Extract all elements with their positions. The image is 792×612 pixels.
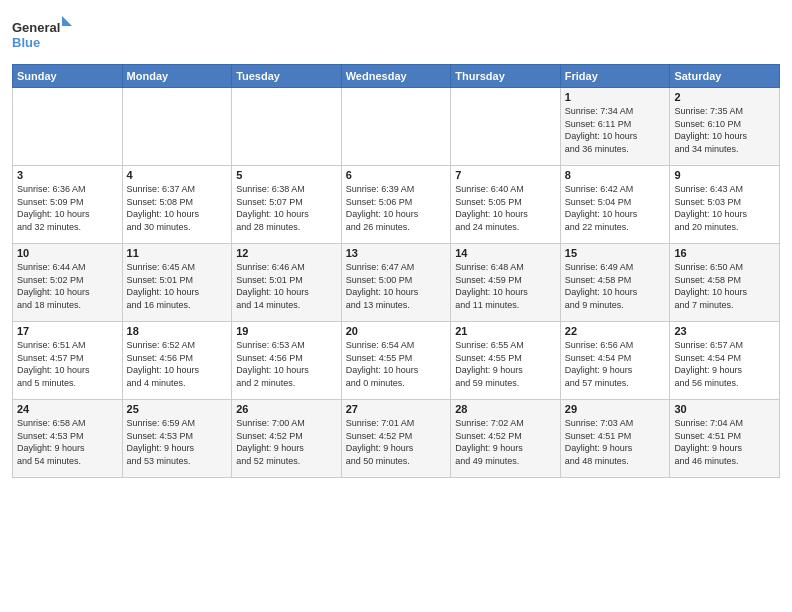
day-cell: 3Sunrise: 6:36 AM Sunset: 5:09 PM Daylig… [13,166,123,244]
day-number: 14 [455,247,556,259]
weekday-header-saturday: Saturday [670,65,780,88]
day-number: 17 [17,325,118,337]
day-cell [451,88,561,166]
day-number: 23 [674,325,775,337]
day-cell: 12Sunrise: 6:46 AM Sunset: 5:01 PM Dayli… [232,244,342,322]
day-cell: 17Sunrise: 6:51 AM Sunset: 4:57 PM Dayli… [13,322,123,400]
day-number: 19 [236,325,337,337]
logo-svg: General Blue [12,14,72,58]
day-info: Sunrise: 6:51 AM Sunset: 4:57 PM Dayligh… [17,339,118,389]
day-info: Sunrise: 6:57 AM Sunset: 4:54 PM Dayligh… [674,339,775,389]
day-number: 5 [236,169,337,181]
day-cell: 21Sunrise: 6:55 AM Sunset: 4:55 PM Dayli… [451,322,561,400]
day-info: Sunrise: 6:45 AM Sunset: 5:01 PM Dayligh… [127,261,228,311]
day-number: 7 [455,169,556,181]
day-cell: 10Sunrise: 6:44 AM Sunset: 5:02 PM Dayli… [13,244,123,322]
week-row-2: 3Sunrise: 6:36 AM Sunset: 5:09 PM Daylig… [13,166,780,244]
day-cell: 18Sunrise: 6:52 AM Sunset: 4:56 PM Dayli… [122,322,232,400]
logo: General Blue [12,14,72,58]
day-info: Sunrise: 7:34 AM Sunset: 6:11 PM Dayligh… [565,105,666,155]
day-info: Sunrise: 6:59 AM Sunset: 4:53 PM Dayligh… [127,417,228,467]
weekday-header-wednesday: Wednesday [341,65,451,88]
day-cell: 23Sunrise: 6:57 AM Sunset: 4:54 PM Dayli… [670,322,780,400]
day-info: Sunrise: 6:38 AM Sunset: 5:07 PM Dayligh… [236,183,337,233]
weekday-header-friday: Friday [560,65,670,88]
day-number: 6 [346,169,447,181]
day-cell: 28Sunrise: 7:02 AM Sunset: 4:52 PM Dayli… [451,400,561,478]
day-info: Sunrise: 6:39 AM Sunset: 5:06 PM Dayligh… [346,183,447,233]
day-cell: 7Sunrise: 6:40 AM Sunset: 5:05 PM Daylig… [451,166,561,244]
day-info: Sunrise: 6:46 AM Sunset: 5:01 PM Dayligh… [236,261,337,311]
week-row-4: 17Sunrise: 6:51 AM Sunset: 4:57 PM Dayli… [13,322,780,400]
day-number: 4 [127,169,228,181]
day-cell: 15Sunrise: 6:49 AM Sunset: 4:58 PM Dayli… [560,244,670,322]
day-info: Sunrise: 6:52 AM Sunset: 4:56 PM Dayligh… [127,339,228,389]
day-info: Sunrise: 6:44 AM Sunset: 5:02 PM Dayligh… [17,261,118,311]
weekday-header-tuesday: Tuesday [232,65,342,88]
day-info: Sunrise: 6:47 AM Sunset: 5:00 PM Dayligh… [346,261,447,311]
day-cell: 6Sunrise: 6:39 AM Sunset: 5:06 PM Daylig… [341,166,451,244]
day-number: 12 [236,247,337,259]
day-cell [122,88,232,166]
day-cell: 5Sunrise: 6:38 AM Sunset: 5:07 PM Daylig… [232,166,342,244]
day-number: 10 [17,247,118,259]
day-cell [13,88,123,166]
day-cell: 13Sunrise: 6:47 AM Sunset: 5:00 PM Dayli… [341,244,451,322]
day-number: 27 [346,403,447,415]
day-cell [341,88,451,166]
weekday-header-monday: Monday [122,65,232,88]
day-number: 1 [565,91,666,103]
day-info: Sunrise: 7:35 AM Sunset: 6:10 PM Dayligh… [674,105,775,155]
day-number: 29 [565,403,666,415]
day-number: 24 [17,403,118,415]
day-number: 2 [674,91,775,103]
day-number: 28 [455,403,556,415]
day-info: Sunrise: 6:54 AM Sunset: 4:55 PM Dayligh… [346,339,447,389]
day-cell: 27Sunrise: 7:01 AM Sunset: 4:52 PM Dayli… [341,400,451,478]
day-cell: 26Sunrise: 7:00 AM Sunset: 4:52 PM Dayli… [232,400,342,478]
day-info: Sunrise: 6:55 AM Sunset: 4:55 PM Dayligh… [455,339,556,389]
week-row-1: 1Sunrise: 7:34 AM Sunset: 6:11 PM Daylig… [13,88,780,166]
day-cell: 24Sunrise: 6:58 AM Sunset: 4:53 PM Dayli… [13,400,123,478]
day-number: 22 [565,325,666,337]
day-number: 25 [127,403,228,415]
week-row-3: 10Sunrise: 6:44 AM Sunset: 5:02 PM Dayli… [13,244,780,322]
day-cell: 4Sunrise: 6:37 AM Sunset: 5:08 PM Daylig… [122,166,232,244]
day-cell: 22Sunrise: 6:56 AM Sunset: 4:54 PM Dayli… [560,322,670,400]
day-number: 21 [455,325,556,337]
calendar-table: SundayMondayTuesdayWednesdayThursdayFrid… [12,64,780,478]
day-number: 3 [17,169,118,181]
day-info: Sunrise: 6:53 AM Sunset: 4:56 PM Dayligh… [236,339,337,389]
day-number: 9 [674,169,775,181]
day-info: Sunrise: 6:50 AM Sunset: 4:58 PM Dayligh… [674,261,775,311]
header: General Blue [12,10,780,58]
day-info: Sunrise: 6:42 AM Sunset: 5:04 PM Dayligh… [565,183,666,233]
day-number: 8 [565,169,666,181]
weekday-header-thursday: Thursday [451,65,561,88]
day-info: Sunrise: 6:48 AM Sunset: 4:59 PM Dayligh… [455,261,556,311]
day-cell: 25Sunrise: 6:59 AM Sunset: 4:53 PM Dayli… [122,400,232,478]
day-info: Sunrise: 6:49 AM Sunset: 4:58 PM Dayligh… [565,261,666,311]
day-number: 11 [127,247,228,259]
day-number: 30 [674,403,775,415]
day-info: Sunrise: 7:01 AM Sunset: 4:52 PM Dayligh… [346,417,447,467]
day-cell: 16Sunrise: 6:50 AM Sunset: 4:58 PM Dayli… [670,244,780,322]
day-number: 26 [236,403,337,415]
day-number: 18 [127,325,228,337]
weekday-header-sunday: Sunday [13,65,123,88]
day-cell: 20Sunrise: 6:54 AM Sunset: 4:55 PM Dayli… [341,322,451,400]
day-info: Sunrise: 6:56 AM Sunset: 4:54 PM Dayligh… [565,339,666,389]
page-container: General Blue SundayMondayTuesdayWednesda… [0,0,792,486]
day-number: 20 [346,325,447,337]
day-info: Sunrise: 6:43 AM Sunset: 5:03 PM Dayligh… [674,183,775,233]
day-number: 16 [674,247,775,259]
day-number: 13 [346,247,447,259]
day-cell: 8Sunrise: 6:42 AM Sunset: 5:04 PM Daylig… [560,166,670,244]
svg-text:General: General [12,20,60,35]
weekday-header-row: SundayMondayTuesdayWednesdayThursdayFrid… [13,65,780,88]
day-cell: 9Sunrise: 6:43 AM Sunset: 5:03 PM Daylig… [670,166,780,244]
day-cell: 14Sunrise: 6:48 AM Sunset: 4:59 PM Dayli… [451,244,561,322]
day-cell: 2Sunrise: 7:35 AM Sunset: 6:10 PM Daylig… [670,88,780,166]
day-cell: 30Sunrise: 7:04 AM Sunset: 4:51 PM Dayli… [670,400,780,478]
day-cell: 11Sunrise: 6:45 AM Sunset: 5:01 PM Dayli… [122,244,232,322]
